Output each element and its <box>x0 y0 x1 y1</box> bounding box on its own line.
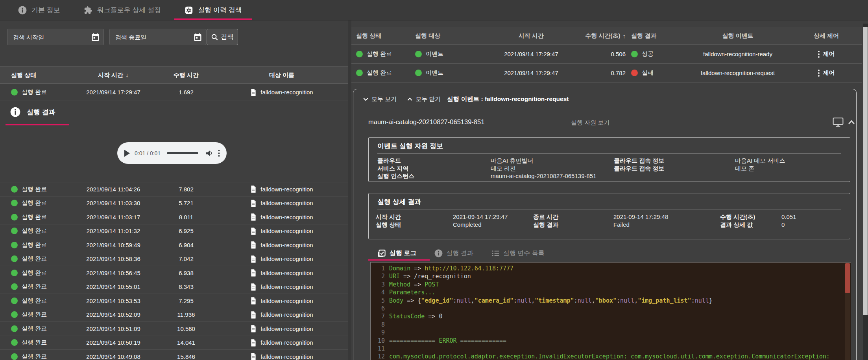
tab-workflow-settings[interactable]: 워크플로우 상세 설정 <box>74 0 171 20</box>
end-date-field[interactable] <box>109 29 206 45</box>
table-row[interactable]: 실행 완료2021/09/14 10:55:018.343falldown-re… <box>0 280 348 294</box>
play-icon[interactable] <box>124 150 130 157</box>
audio-player[interactable]: 0:01 / 0:01 <box>117 142 227 164</box>
document-icon <box>250 269 257 277</box>
audio-progress-bar[interactable] <box>167 152 198 154</box>
log-scrollbar-thumb[interactable] <box>845 263 850 293</box>
workflow-execution-history-page: 기본 정보 워크플로우 상세 설정 실행 이력 검색 <box>0 0 868 360</box>
table-row[interactable]: 실행 완료2021/09/14 10:53:537.295falldown-re… <box>0 294 348 308</box>
status-dot <box>11 353 18 360</box>
target-name-cell: falldown-recognition <box>216 241 348 249</box>
start-time-cell: 2021/09/14 17:29:47 <box>70 89 157 96</box>
field-group: 클라우드마음AI 휴먼빌더서비스 지역데모 리전실행 인스턴스maum-ai-c… <box>377 157 597 180</box>
document-icon <box>250 297 257 305</box>
field-group: 종료 시간2021-09-14 17:29:48실행 결과Failed <box>533 213 668 229</box>
table-row-selected[interactable]: 실행 완료 2021/09/14 17:29:47 1.692 falldown… <box>0 84 348 101</box>
table-row[interactable]: 실행 완료2021/09/14 11:01:326.925falldown-re… <box>0 224 348 239</box>
info-icon <box>434 249 443 257</box>
column-header-duration[interactable]: 수행 시간(초)↑ <box>580 32 626 40</box>
collapse-all-button[interactable]: 모두 닫기 <box>407 96 441 103</box>
duration-cell: 11.936 <box>157 311 216 318</box>
tab-history-search[interactable]: 실행 이력 검색 <box>174 0 252 20</box>
log-line-number: 12 <box>371 353 385 360</box>
start-time-cell: 2021/09/14 11:03:17 <box>70 214 157 220</box>
table-row[interactable]: 실행 완료2021/09/14 10:56:456.938falldown-re… <box>0 266 348 280</box>
status-dot <box>11 200 18 206</box>
chevron-up-icon[interactable] <box>848 119 855 127</box>
document-icon <box>250 255 257 263</box>
table-row[interactable]: 실행 완료2021/09/14 11:03:178.011falldown-re… <box>0 210 348 224</box>
monitor-icon[interactable] <box>833 117 844 127</box>
column-header-event: 실행 이벤트 <box>685 32 791 40</box>
start-date-field[interactable] <box>7 29 104 45</box>
column-header-start-time[interactable]: 시작 시간↓ <box>70 72 157 79</box>
view-resources-link[interactable]: 실행 자원 보기 <box>571 119 609 127</box>
table-row[interactable]: 실행 완료2021/09/14 10:50:1914.041falldown-r… <box>0 336 348 350</box>
start-time-cell: 2021/09/14 17:29:47 <box>482 70 580 76</box>
field-value: 마음AI 휴먼빌더 <box>491 157 597 165</box>
expand-all-button[interactable]: 모두 보기 <box>363 96 397 103</box>
status-cell: 실행 완료 <box>11 269 70 277</box>
log-line-number: 1 <box>371 264 385 272</box>
table-row[interactable]: 실행 완료2021/09/14 10:59:496.904falldown-re… <box>0 238 348 252</box>
target-name-cell: falldown-recognition <box>216 339 348 347</box>
table-row[interactable]: 실행 완료2021/09/14 11:03:305.721falldown-re… <box>0 197 348 211</box>
end-date-input[interactable] <box>115 34 194 40</box>
volume-icon[interactable] <box>205 149 213 157</box>
kebab-menu-icon[interactable] <box>818 51 820 58</box>
table-row[interactable]: 실행 완료2021/09/14 10:52:0911.936falldown-r… <box>0 308 348 322</box>
event-row[interactable]: 실행 완료이벤트2021/09/14 17:29:470.782실패falldo… <box>351 64 862 83</box>
table-row[interactable]: 실행 완료2021/09/14 10:49:0815.846falldown-r… <box>0 350 348 360</box>
event-row[interactable]: 실행 완료이벤트2021/09/14 17:29:470.506성공falldo… <box>351 45 862 64</box>
table-row[interactable]: 실행 완료2021/09/14 11:04:267.802falldown-re… <box>0 182 348 197</box>
column-header-start-time: 시작 시간 <box>482 32 580 40</box>
column-header-control: 상세 제어 <box>791 32 862 40</box>
control-button[interactable]: 제어 <box>791 50 862 58</box>
event-name-cell: falldown-recognition-ready <box>685 51 791 57</box>
tab-variable-list[interactable]: 실행 변수 목록 <box>491 249 545 257</box>
log-line-number: 6 <box>371 305 385 312</box>
tab-execution-log[interactable]: 실행 로그 <box>378 249 416 257</box>
duration-cell: 8.343 <box>157 283 216 290</box>
log-scrollbar[interactable] <box>845 263 850 360</box>
result-dot <box>631 51 638 57</box>
status-dot <box>11 325 18 332</box>
column-header-target-name: 대상 이름 <box>216 72 348 79</box>
table-row[interactable]: 실행 완료2021/09/14 10:58:367.042falldown-re… <box>0 252 348 266</box>
field-group: 수행 시간(초)0.051결과 상세 값0 <box>720 213 796 229</box>
field-label: 클라우드 접속 정보 <box>614 157 735 165</box>
status-cell: 실행 완료 <box>11 227 70 235</box>
target-name-cell: falldown-recognition <box>216 353 348 360</box>
tab-execution-result-detail[interactable]: 실행 결과 <box>434 249 473 257</box>
tab-basic-info[interactable]: 기본 정보 <box>8 0 70 20</box>
field-label: 클라우드 <box>377 157 491 165</box>
active-log-tab-underline <box>368 259 430 261</box>
status-cell: 실행 완료 <box>11 199 70 207</box>
start-date-input[interactable] <box>13 34 91 40</box>
log-line: 8 <box>371 321 851 329</box>
table-row[interactable]: 실행 완료2021/09/14 10:51:0910.560falldown-r… <box>0 322 348 336</box>
chevron-down-icon <box>363 96 369 102</box>
kebab-menu-icon[interactable] <box>818 70 820 77</box>
result-dot <box>631 70 638 76</box>
tab-execution-result[interactable]: 실행 결과 <box>10 107 55 117</box>
audio-time: 0:01 / 0:01 <box>135 150 161 156</box>
log-line: 9 <box>371 329 851 336</box>
status-dot <box>11 89 18 96</box>
search-button[interactable]: 검색 <box>207 29 238 45</box>
calendar-icon[interactable] <box>194 33 202 41</box>
calendar-icon[interactable] <box>91 33 100 41</box>
start-time-cell: 2021/09/14 10:51:09 <box>70 325 157 332</box>
target-name-cell: falldown-recognition <box>216 213 348 221</box>
log-tab-label: 실행 로그 <box>390 249 416 257</box>
field-row: 클라우드마음AI 휴먼빌더 <box>377 157 597 165</box>
log-tab-label: 실행 변수 목록 <box>503 249 545 257</box>
control-button[interactable]: 제어 <box>791 69 862 77</box>
page-scrollbar-thumb[interactable] <box>863 27 868 315</box>
start-time-cell: 2021/09/14 11:01:32 <box>70 228 157 234</box>
kebab-menu-icon[interactable] <box>218 150 220 157</box>
instance-row: maum-ai-catalog-20210827-065139-851 실행 자… <box>368 114 848 132</box>
field-value: 2021-09-14 17:29:48 <box>613 213 668 221</box>
page-scrollbar[interactable] <box>863 24 868 360</box>
log-line: 1Domain => http://10.122.64.118:7777 <box>371 264 851 272</box>
